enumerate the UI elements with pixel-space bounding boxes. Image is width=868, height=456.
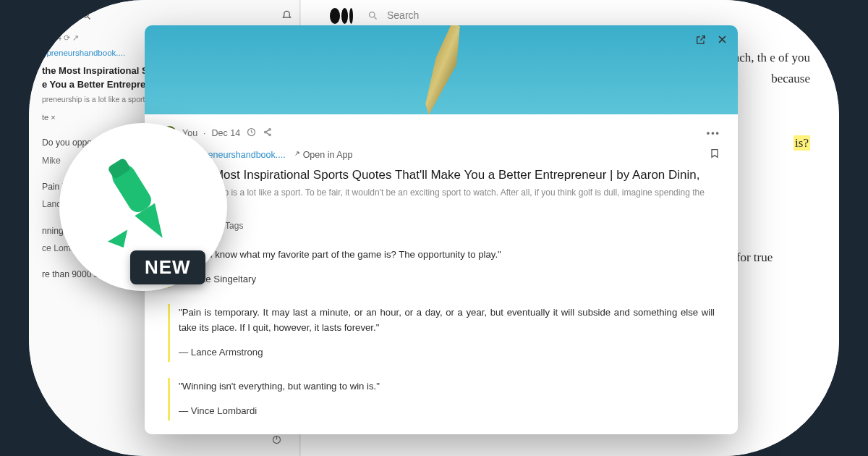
hero-image	[145, 25, 738, 114]
quote-text: "Pain is temporary. It may last a minute…	[179, 305, 715, 335]
bookmark-icon[interactable]	[709, 148, 720, 161]
quote-block: "Do you know what my favorite part of th…	[168, 246, 715, 289]
quote-attribution: — Lance Armstrong	[179, 345, 715, 360]
quote-text: "Do you know what my favorite part of th…	[179, 248, 715, 262]
svg-line-13	[266, 132, 269, 135]
power-icon[interactable]	[271, 434, 282, 449]
svg-line-12	[266, 130, 269, 132]
modal-title: 10 of the Most Inspirational Sports Quot…	[162, 167, 720, 184]
open-external-icon[interactable]	[695, 34, 707, 48]
svg-point-0	[83, 12, 89, 17]
article-highlight: is?	[793, 135, 810, 151]
svg-point-10	[269, 129, 271, 131]
bell-icon[interactable]	[281, 10, 292, 25]
modal-meta-row: You · Dec 14 •••	[162, 126, 720, 140]
new-badge: NEW	[130, 250, 205, 284]
close-icon[interactable]	[717, 34, 728, 48]
search-icon[interactable]	[367, 10, 378, 21]
date-label: Dec 14	[212, 128, 241, 138]
svg-line-1	[88, 17, 90, 19]
modal-description: Entrepreneurship is a lot like a sport. …	[162, 187, 720, 211]
quote-text: "Winning isn't everything, but wanting t…	[179, 379, 715, 394]
app-logo-small	[42, 8, 71, 27]
highlight-modal: You · Dec 14 ••• EH entrepreneurshandboo…	[145, 25, 738, 434]
share-icon[interactable]	[263, 127, 273, 140]
more-icon[interactable]: •••	[707, 128, 720, 138]
open-in-app-button[interactable]: Open in App	[292, 150, 353, 160]
medium-logo-icon	[330, 8, 359, 24]
svg-point-4	[370, 12, 375, 18]
source-row: EH entrepreneurshandbook.... Open in App	[162, 148, 720, 161]
quote-attribution: — Vince Lombardi	[179, 404, 715, 418]
svg-marker-18	[108, 229, 127, 248]
quote-block: "Pain is temporary. It may last a minute…	[168, 304, 715, 361]
quote-attribution: — Mike Singeltary	[179, 272, 715, 287]
search-icon[interactable]	[81, 10, 92, 25]
history-icon[interactable]	[246, 127, 257, 140]
quote-block: "Winning isn't everything, but wanting t…	[168, 378, 715, 421]
svg-point-11	[269, 134, 271, 136]
svg-line-5	[374, 17, 376, 20]
svg-point-9	[265, 131, 267, 133]
search-placeholder[interactable]: Search	[387, 7, 419, 25]
